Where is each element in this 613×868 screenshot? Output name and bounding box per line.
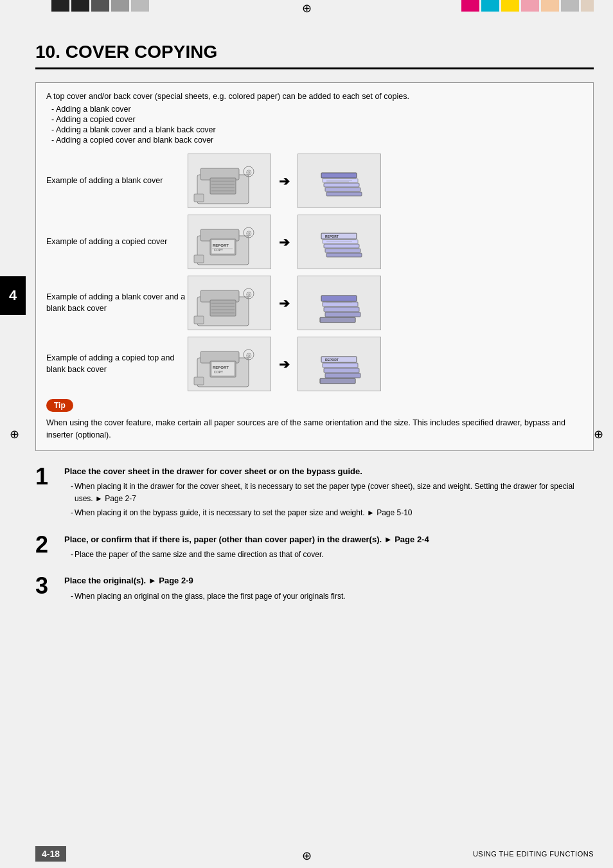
bullet-list: Adding a blank cover Adding a copied cov…: [51, 105, 583, 145]
stack-illustration-3: [307, 279, 371, 327]
bullet-1: Adding a blank cover: [51, 105, 583, 114]
chapter-tab-number: 4: [9, 287, 17, 304]
copier-illustration-4: REPORT COPY ◎: [191, 339, 268, 390]
left-crosshair: ⊕: [10, 427, 19, 441]
steps-section: 1 Place the cover sheet in the drawer fo…: [35, 465, 594, 605]
step-2-bullet-1: Place the paper of the same size and the…: [71, 549, 594, 561]
example-img-stack-3: [298, 276, 381, 330]
example-images-3: ◎ ➔: [188, 276, 381, 330]
step-body-3: When placing an original on the glass, p…: [71, 590, 594, 603]
stack-illustration-1: [307, 157, 371, 205]
svg-rect-62: [323, 363, 358, 368]
examples-section: Example of adding a blank cover: [46, 154, 583, 441]
bar-darkgray-1: [91, 0, 109, 12]
copier-illustration-2: REPORT COPY ◎: [191, 217, 268, 268]
bar-magenta-1: [461, 0, 479, 12]
step-content-2: Place, or confirm that if there is, pape…: [64, 533, 594, 563]
svg-rect-7: [194, 194, 204, 202]
svg-rect-2: [210, 178, 236, 194]
top-crosshair: ⊕: [302, 1, 312, 15]
example-img-stack-2: REPORT: [298, 215, 381, 269]
svg-text:◎: ◎: [246, 351, 252, 359]
chapter-tab: 4: [0, 276, 26, 315]
example-row-2: Example of adding a copied cover REPORT …: [46, 215, 583, 269]
step-content-1: Place the cover sheet in the drawer for …: [64, 465, 594, 522]
svg-rect-36: [210, 300, 236, 316]
step-2: 2 Place, or confirm that if there is, pa…: [35, 533, 594, 563]
example-img-copier-2: REPORT COPY ◎: [188, 215, 271, 269]
example-img-copier-4: REPORT COPY ◎: [188, 337, 271, 391]
svg-rect-60: [325, 373, 360, 378]
svg-rect-27: [326, 253, 362, 257]
stack-illustration-2: REPORT: [307, 218, 371, 266]
example-img-copier-1: ◎: [188, 154, 271, 208]
step-body-1: When placing it in the drawer for the co…: [71, 481, 594, 520]
example-label-2: Example of adding a copied cover: [46, 236, 188, 248]
bullet-4: Adding a copied cover and blank back cov…: [51, 136, 583, 145]
bar-black-2: [71, 0, 89, 12]
example-label-1: Example of adding a blank cover: [46, 175, 188, 187]
example-label-4: Example of adding a copied top and blank…: [46, 353, 188, 375]
arrow-2: ➔: [279, 235, 290, 250]
svg-rect-12: [324, 183, 359, 187]
bar-cream-1: [581, 0, 594, 12]
svg-text:◎: ◎: [246, 290, 252, 297]
example-img-copier-3: ◎: [188, 276, 271, 330]
example-row-3: Example of adding a blank cover and a bl…: [46, 276, 583, 330]
svg-rect-56: [194, 377, 204, 385]
example-images-4: REPORT COPY ◎ ➔: [188, 337, 381, 391]
svg-text:◎: ◎: [246, 229, 252, 236]
step-number-1: 1: [35, 465, 58, 488]
bar-yellow-1: [501, 0, 519, 12]
step-number-3: 3: [35, 574, 58, 598]
bar-lightgray-2: [561, 0, 579, 12]
page-footer: 4-18 USING THE EDITING FUNCTIONS: [35, 846, 594, 862]
svg-rect-46: [324, 307, 359, 312]
example-row-1: Example of adding a blank cover: [46, 154, 583, 208]
step-3: 3 Place the original(s). ► Page 2-9 When…: [35, 574, 594, 605]
bar-lightgray-1: [131, 0, 149, 12]
svg-text:COPY: COPY: [214, 370, 224, 374]
bullet-2: Adding a copied cover: [51, 115, 583, 124]
step-3-bullet-1: When placing an original on the glass, p…: [71, 590, 594, 603]
tip-section: Tip When using the cover feature, make c…: [46, 399, 583, 441]
footer-text: USING THE EDITING FUNCTIONS: [473, 850, 594, 858]
svg-rect-29: [324, 244, 359, 248]
info-box: A top cover and/or back cover (special s…: [35, 82, 594, 451]
step-1-bullet-2: When placing it on the bypass guide, it …: [71, 507, 594, 519]
svg-rect-45: [325, 312, 360, 317]
step-number-2: 2: [35, 533, 58, 556]
svg-rect-61: [324, 368, 359, 373]
tip-text: When using the cover feature, make certa…: [46, 417, 583, 441]
intro-text: A top cover and/or back cover (special s…: [46, 92, 583, 101]
step-title-2: Place, or confirm that if there is, pape…: [64, 533, 594, 546]
example-row-4: Example of adding a copied top and blank…: [46, 337, 583, 391]
svg-rect-14: [321, 173, 357, 178]
tip-badge: Tip: [46, 399, 73, 412]
page-content: 10. COVER COPYING A top cover and/or bac…: [35, 22, 594, 849]
arrow-4: ➔: [279, 357, 290, 372]
svg-text:◎: ◎: [246, 168, 252, 175]
svg-text:REPORT: REPORT: [213, 244, 229, 247]
bar-peach-1: [541, 0, 559, 12]
svg-rect-24: [194, 255, 204, 263]
example-img-stack-1: [298, 154, 381, 208]
right-crosshair: ⊕: [594, 427, 603, 441]
svg-rect-11: [325, 188, 360, 191]
copier-illustration-3: ◎: [191, 278, 268, 329]
stack-illustration-4: REPORT: [307, 340, 371, 388]
page-number-box: 4-18: [35, 846, 66, 862]
arrow-3: ➔: [279, 296, 290, 311]
svg-rect-48: [321, 296, 357, 301]
step-content-3: Place the original(s). ► Page 2-9 When p…: [64, 574, 594, 605]
example-images-1: ◎ ➔: [188, 154, 381, 208]
page-title: 10. COVER COPYING: [35, 42, 594, 69]
step-title-3: Place the original(s). ► Page 2-9: [64, 574, 594, 587]
svg-rect-41: [194, 316, 204, 324]
bar-pink-1: [521, 0, 539, 12]
svg-rect-44: [320, 317, 355, 323]
step-1-bullet-1: When placing it in the drawer for the co…: [71, 481, 594, 505]
svg-text:REPORT: REPORT: [325, 235, 339, 238]
bar-black-1: [51, 0, 69, 12]
copier-illustration-1: ◎: [191, 155, 268, 207]
